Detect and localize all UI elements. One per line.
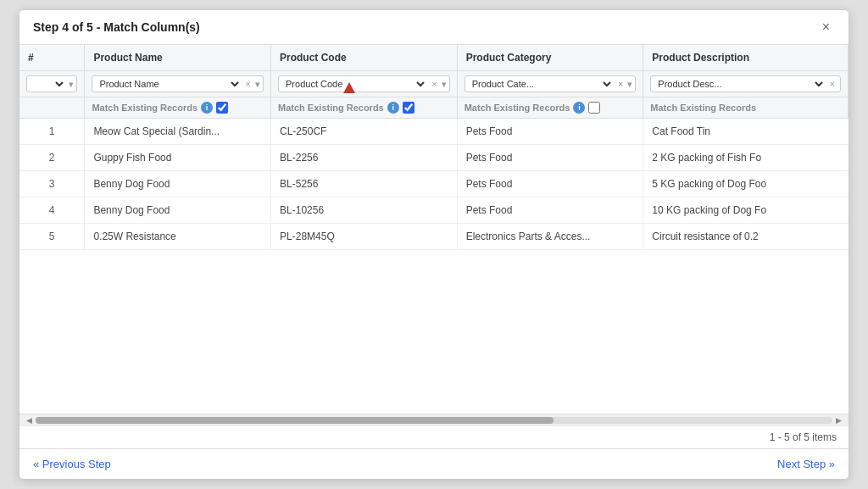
code-info-icon[interactable]: i: [387, 102, 399, 114]
col-header-num: #: [19, 45, 85, 71]
name-match-text: Match Existing Records: [92, 103, 198, 113]
prev-step-button[interactable]: « Previous Step: [33, 458, 111, 470]
code-match-wrapper: Match Existing Records i: [278, 102, 450, 114]
name-select[interactable]: Product Name: [96, 78, 241, 90]
pagination-bar: 1 - 5 of 5 items: [19, 425, 849, 448]
table-row: 5 0.25W Resistance PL-28M45Q Electronics…: [19, 224, 849, 250]
dialog-body: # Product Name Product Code Product Cate…: [19, 45, 849, 448]
hscroll-thumb[interactable]: [36, 417, 554, 424]
code-dropdown-cell: Product Code × ▾: [271, 71, 458, 97]
pagination-text: 1 - 5 of 5 items: [770, 431, 837, 443]
hscroll-track[interactable]: [36, 417, 832, 424]
cell-cat: Pets Food: [457, 145, 643, 171]
num-match-cell: [19, 97, 85, 119]
cat-dropdown-cell: Product Cate... × ▾: [457, 71, 643, 97]
cat-select[interactable]: Product Cate...: [469, 78, 614, 90]
code-match-text: Match Existing Records: [278, 103, 384, 113]
cell-name: 0.25W Resistance: [85, 224, 271, 250]
table-row: 3 Benny Dog Food BL-5256 Pets Food 5 KG …: [19, 171, 849, 197]
cell-name: Benny Dog Food: [85, 197, 271, 224]
col-header-code: Product Code: [271, 45, 458, 71]
dialog-header: Step 4 of 5 - Match Column(s) ×: [19, 10, 849, 45]
cell-code: BL-2256: [271, 145, 458, 171]
cat-match-checkbox[interactable]: [588, 102, 600, 114]
desc-dropdown-cell: Product Desc... ×: [643, 71, 849, 97]
cat-match-text: Match Existing Records: [465, 103, 570, 113]
code-match-checkbox[interactable]: [403, 102, 415, 114]
desc-match-text: Match Existing Records: [650, 103, 756, 113]
cell-cat: Electronics Parts & Acces...: [457, 224, 643, 250]
num-select-wrapper[interactable]: ▾: [26, 75, 77, 92]
cell-desc: 2 KG packing of Fish Fo: [643, 145, 849, 171]
cat-match-cell: Match Existing Records i: [457, 97, 643, 119]
cell-desc: Cat Food Tin: [643, 119, 849, 145]
cell-desc: 10 KG packing of Dog Fo: [643, 197, 849, 224]
col-header-name: Product Name: [85, 45, 271, 71]
cell-code: PL-28M45Q: [271, 224, 458, 250]
code-arrow-indicator: [343, 82, 355, 95]
close-button[interactable]: ×: [817, 19, 835, 36]
cell-cat: Pets Food: [457, 119, 643, 145]
cat-info-icon[interactable]: i: [573, 102, 585, 114]
header-row-2: ▾ Product Name × ▾: [19, 71, 849, 97]
cell-cat: Pets Food: [457, 197, 643, 224]
cell-num: 2: [19, 145, 85, 171]
hscroll-left-arrow[interactable]: ◀: [23, 416, 36, 425]
cell-code: BL-5256: [271, 171, 458, 197]
cell-num: 3: [19, 171, 85, 197]
cat-match-wrapper: Match Existing Records i: [465, 102, 637, 114]
name-match-cell: Match Existing Records i: [85, 97, 271, 119]
table-wrapper[interactable]: # Product Name Product Code Product Cate…: [19, 45, 849, 414]
code-match-cell: Match Existing Records i: [271, 97, 458, 119]
cell-code: CL-250CF: [271, 119, 458, 145]
desc-clear-button[interactable]: ×: [828, 79, 837, 89]
code-dropdown-arrow[interactable]: ▾: [442, 80, 446, 89]
name-select-wrapper[interactable]: Product Name × ▾: [92, 75, 264, 92]
header-row-1: # Product Name Product Code Product Cate…: [19, 45, 849, 71]
code-select-wrapper[interactable]: Product Code × ▾: [278, 75, 450, 92]
name-dropdown-cell: Product Name × ▾: [85, 71, 271, 97]
cell-desc: Circuit resistance of 0.2: [643, 224, 849, 250]
table-row: 1 Meow Cat Special (Sardin... CL-250CF P…: [19, 119, 849, 145]
table-row: 2 Guppy Fish Food BL-2256 Pets Food 2 KG…: [19, 145, 849, 171]
header-row-3: Match Existing Records i Match Existing …: [19, 97, 849, 119]
hscroll-bar[interactable]: ◀ ▶: [19, 414, 849, 425]
dialog-footer: « Previous Step Next Step »: [19, 448, 849, 479]
col-header-desc: Product Description: [643, 45, 849, 71]
name-match-checkbox[interactable]: [216, 102, 228, 114]
desc-match-cell: Match Existing Records: [643, 97, 849, 119]
cat-clear-button[interactable]: ×: [616, 79, 625, 89]
name-match-wrapper: Match Existing Records i: [92, 102, 264, 114]
data-table: # Product Name Product Code Product Cate…: [19, 45, 849, 250]
next-step-button[interactable]: Next Step »: [777, 458, 835, 470]
desc-select-wrapper[interactable]: Product Desc... ×: [650, 75, 841, 92]
cat-dropdown-arrow[interactable]: ▾: [627, 80, 632, 89]
cell-desc: 5 KG packing of Dog Foo: [643, 171, 849, 197]
table-body: 1 Meow Cat Special (Sardin... CL-250CF P…: [19, 119, 849, 250]
dialog-title: Step 4 of 5 - Match Column(s): [33, 20, 200, 34]
cell-name: Guppy Fish Food: [85, 145, 271, 171]
name-clear-button[interactable]: ×: [244, 79, 253, 89]
hscroll-right-arrow[interactable]: ▶: [832, 416, 845, 425]
name-dropdown-arrow[interactable]: ▾: [255, 80, 259, 89]
num-dropdown-arrow[interactable]: ▾: [69, 80, 73, 89]
cell-code: BL-10256: [271, 197, 458, 224]
cell-name: Meow Cat Special (Sardin...: [85, 119, 271, 145]
num-select[interactable]: [31, 78, 66, 90]
col-header-cat: Product Category: [457, 45, 643, 71]
cell-name: Benny Dog Food: [85, 171, 271, 197]
code-clear-button[interactable]: ×: [430, 79, 438, 89]
cat-select-wrapper[interactable]: Product Cate... × ▾: [465, 75, 637, 92]
cell-num: 1: [19, 119, 85, 145]
cell-cat: Pets Food: [457, 171, 643, 197]
desc-select[interactable]: Product Desc...: [654, 78, 825, 90]
main-dialog: Step 4 of 5 - Match Column(s) × #: [19, 9, 849, 480]
name-info-icon[interactable]: i: [201, 102, 213, 114]
cell-num: 5: [19, 224, 85, 250]
desc-match-wrapper: Match Existing Records: [650, 103, 841, 113]
table-row: 4 Benny Dog Food BL-10256 Pets Food 10 K…: [19, 197, 849, 224]
cell-num: 4: [19, 197, 85, 224]
num-dropdown-cell: ▾: [19, 71, 85, 97]
